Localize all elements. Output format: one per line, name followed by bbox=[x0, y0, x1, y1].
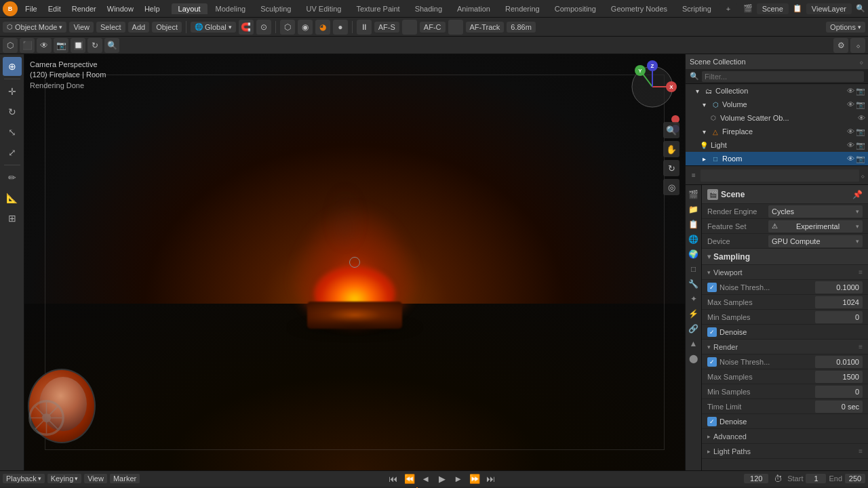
props-type-selector[interactable]: ≡ bbox=[688, 170, 699, 181]
props-icon-view[interactable]: 📋 bbox=[687, 218, 701, 231]
viewlayer-icon[interactable]: 📋 bbox=[793, 4, 802, 13]
outliner-item-light[interactable]: 💡 Light 👁 📷 bbox=[686, 138, 868, 152]
keying-btn[interactable]: Keying ▾ bbox=[47, 474, 82, 483]
render-engine-selector[interactable]: Cycles ▾ bbox=[768, 205, 863, 218]
noise-thresh-check[interactable]: ✓ bbox=[707, 283, 717, 292]
viewport-camera-icon[interactable]: 📷 bbox=[54, 38, 68, 53]
props-pin-btn[interactable]: 📌 bbox=[852, 190, 863, 199]
props-icon-world[interactable]: 🌍 bbox=[687, 247, 701, 261]
props-icon-scene[interactable]: 🌐 bbox=[687, 232, 701, 246]
volume-render[interactable]: 📷 bbox=[856, 100, 865, 109]
advanced-section-header[interactable]: ▸ Advanced bbox=[702, 429, 868, 444]
tool-cursor[interactable]: ⊕ bbox=[3, 57, 22, 76]
tool-move[interactable]: ✛ bbox=[3, 82, 22, 101]
volume-vis[interactable]: 👁 bbox=[847, 100, 854, 109]
tool-add[interactable]: ⊞ bbox=[3, 209, 22, 228]
zoom-camera-btn[interactable]: ◎ bbox=[663, 179, 679, 195]
props-icon-material[interactable]: ⬤ bbox=[687, 352, 701, 365]
skip-start-btn[interactable]: ⏮ bbox=[387, 472, 400, 485]
playback-btn[interactable]: Playback ▾ bbox=[3, 474, 45, 483]
search-icon[interactable]: 🔍 bbox=[856, 4, 865, 13]
feature-set-selector[interactable]: ⚠ Experimental ▾ bbox=[768, 220, 863, 232]
denoise-render-check[interactable]: ✓ bbox=[707, 417, 717, 426]
fp-vis[interactable]: 👁 bbox=[847, 127, 854, 136]
end-value[interactable]: 250 bbox=[845, 474, 865, 483]
tab-uv-editing[interactable]: UV Editing bbox=[299, 3, 348, 14]
tab-shading[interactable]: Shading bbox=[408, 3, 449, 14]
room-vis[interactable]: 👁 bbox=[847, 155, 854, 163]
skip-end-btn[interactable]: ⏭ bbox=[484, 472, 498, 485]
scene-selector[interactable]: Scene bbox=[757, 3, 789, 14]
af-track-btn[interactable]: AF-Track bbox=[466, 22, 505, 33]
tab-texture-paint[interactable]: Texture Paint bbox=[349, 3, 406, 14]
tab-animation[interactable]: Animation bbox=[450, 3, 497, 14]
menu-render[interactable]: Render bbox=[67, 3, 101, 14]
tab-modeling[interactable]: Modeling bbox=[209, 3, 253, 14]
next-keyframe-btn[interactable]: ► bbox=[452, 472, 465, 485]
outliner-item-volume[interactable]: ▾ ⬡ Volume 👁 📷 bbox=[686, 98, 868, 111]
proportional-edit[interactable]: ⊙ bbox=[256, 20, 271, 35]
viewport-shading-render[interactable]: ● bbox=[333, 20, 348, 35]
af-s-btn[interactable]: AF-S bbox=[374, 22, 399, 33]
menu-file[interactable]: File bbox=[20, 3, 42, 14]
tab-geometry-nodes[interactable]: Geometry Nodes bbox=[604, 3, 674, 14]
props-icon-data[interactable]: ▲ bbox=[687, 337, 701, 350]
collection-vis-icon[interactable]: 👁 bbox=[847, 87, 854, 96]
props-icon-object[interactable]: □ bbox=[687, 262, 701, 276]
outliner-item-fireplace[interactable]: ▾ △ Fireplace 👁 📷 bbox=[686, 125, 868, 138]
viewport-shading-solid[interactable]: ◉ bbox=[298, 20, 313, 35]
marker-btn[interactable]: Marker bbox=[110, 474, 140, 483]
tab-compositing[interactable]: Compositing bbox=[548, 3, 603, 14]
viewport-view-icon[interactable]: 👁 bbox=[37, 38, 52, 53]
nav-gizmo[interactable]: X Y Z bbox=[625, 60, 679, 114]
tool-annotate[interactable]: ✏ bbox=[3, 168, 22, 187]
viewport-filter[interactable]: ⬦ bbox=[850, 38, 865, 53]
tool-measure[interactable]: 📐 bbox=[3, 188, 22, 207]
play-btn[interactable]: ▶ bbox=[435, 472, 449, 485]
viewlayer-selector[interactable]: ViewLayer bbox=[806, 3, 852, 14]
collection-render-icon[interactable]: 📷 bbox=[856, 87, 865, 96]
outliner-item-volume-scatter[interactable]: ⬡ Volume Scatter Ob... 👁 bbox=[686, 111, 868, 125]
menu-edit[interactable]: Edit bbox=[43, 3, 66, 14]
blender-logo[interactable]: B bbox=[3, 1, 18, 16]
render-sub-options[interactable]: ≡ bbox=[859, 343, 863, 350]
props-icon-physics[interactable]: ⚡ bbox=[687, 307, 701, 321]
viewport-sub-header[interactable]: ▾ Viewport ≡ bbox=[702, 265, 868, 280]
props-icon-modifiers[interactable]: 🔧 bbox=[687, 277, 701, 291]
props-icon-render[interactable]: 🎬 bbox=[687, 188, 701, 201]
outliner-search-input[interactable] bbox=[702, 71, 864, 82]
props-icon-output[interactable]: 📁 bbox=[687, 203, 701, 216]
prev-frame-btn[interactable]: ⏪ bbox=[403, 472, 416, 485]
device-selector[interactable]: GPU Compute ▾ bbox=[768, 235, 863, 247]
hand-tool-btn[interactable]: ✋ bbox=[663, 141, 679, 157]
tl-view-btn[interactable]: View bbox=[84, 474, 107, 483]
viewport[interactable]: Camera Perspective (120) Fireplace | Roo… bbox=[24, 54, 685, 470]
current-frame[interactable]: 120 bbox=[744, 474, 768, 483]
tool-rotate[interactable]: ↻ bbox=[3, 102, 22, 121]
focal-length[interactable]: 6.86m bbox=[507, 22, 536, 33]
r-min-samples-value[interactable]: 0 bbox=[815, 386, 863, 398]
af-icon[interactable] bbox=[448, 20, 463, 35]
options-btn[interactable]: Options ▾ bbox=[826, 22, 865, 33]
prev-keyframe-btn[interactable]: ◄ bbox=[419, 472, 433, 485]
pause-btn[interactable]: ⏸ bbox=[357, 20, 372, 35]
zoom-in-btn[interactable]: 🔍 bbox=[663, 122, 679, 138]
tab-layout[interactable]: Layout bbox=[172, 3, 208, 14]
tab-sculpting[interactable]: Sculpting bbox=[254, 3, 298, 14]
min-samples-value[interactable]: 0 bbox=[815, 311, 863, 323]
viewport-overlays[interactable]: 🔲 bbox=[71, 38, 85, 53]
light-paths-section-header[interactable]: ▸ Light Paths ≡ bbox=[702, 444, 868, 459]
max-samples-value[interactable]: 1024 bbox=[815, 296, 863, 308]
viewport-search[interactable]: 🔍 bbox=[104, 38, 119, 53]
transform-orientation[interactable]: 🌐 Global ▾ bbox=[191, 22, 236, 33]
snap-toggle[interactable]: 🧲 bbox=[239, 20, 254, 35]
tool-transform[interactable]: ⤢ bbox=[3, 143, 22, 162]
next-frame-btn[interactable]: ⏩ bbox=[468, 472, 481, 485]
room-render[interactable]: 📷 bbox=[856, 155, 865, 163]
render-sub-header[interactable]: ▾ Render ≡ bbox=[702, 340, 868, 354]
outliner-filter-icon[interactable]: ⬦ bbox=[859, 58, 864, 66]
af-c-label[interactable]: AF-C bbox=[420, 22, 446, 33]
af-c-btn[interactable] bbox=[402, 20, 417, 35]
menu-help[interactable]: Help bbox=[140, 3, 165, 14]
tab-rendering[interactable]: Rendering bbox=[498, 3, 547, 14]
